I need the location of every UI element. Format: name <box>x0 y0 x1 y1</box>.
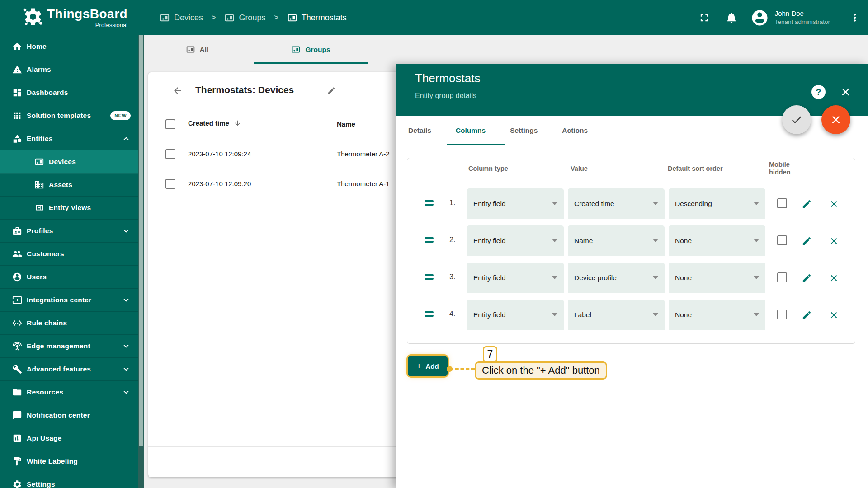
drag-handle-icon[interactable] <box>425 237 434 244</box>
sidebar-item-white-labeling[interactable]: White Labeling <box>0 450 138 473</box>
drag-handle-icon[interactable] <box>425 200 434 207</box>
fullscreen-icon[interactable] <box>698 11 711 24</box>
edit-column-pencil-icon[interactable] <box>802 199 812 209</box>
apply-changes-fab[interactable] <box>782 105 811 134</box>
sidebar-item-assets[interactable]: Assets <box>0 174 138 197</box>
column-type-select[interactable]: Entity field <box>467 225 564 256</box>
breadcrumb-item-devices[interactable]: Devices <box>160 13 203 23</box>
panel-tab-settings[interactable]: Settings <box>498 116 550 145</box>
column-type-select[interactable]: Entity field <box>467 263 564 293</box>
edit-pencil-icon[interactable] <box>327 86 336 95</box>
notification-icon <box>12 410 22 420</box>
brand-logo[interactable]: ThingsBoard Professional <box>23 6 127 28</box>
add-column-button[interactable]: + Add <box>408 356 448 376</box>
help-icon[interactable]: ? <box>811 85 826 99</box>
sidebar-item-settings[interactable]: Settings <box>0 473 138 488</box>
caret-down-icon <box>653 276 658 279</box>
sidebar-item-solution-templates[interactable]: Solution templatesNEW <box>0 104 138 127</box>
panel-tab-details[interactable]: Details <box>396 116 443 145</box>
row-checkbox[interactable] <box>165 179 175 189</box>
breadcrumb-item-thermostats[interactable]: Thermostats <box>287 13 347 23</box>
edit-column-pencil-icon[interactable] <box>802 236 812 246</box>
sidebar-item-customers[interactable]: Customers <box>0 243 138 266</box>
remove-column-x-icon[interactable] <box>829 273 839 283</box>
drag-handle-icon[interactable] <box>425 274 434 282</box>
more-vert-icon[interactable] <box>849 12 861 23</box>
value-select[interactable]: Created time <box>568 188 665 219</box>
editor-header-value: Value <box>571 158 588 179</box>
mobile-hidden-checkbox[interactable] <box>777 235 787 245</box>
tab-all[interactable]: All <box>141 35 254 64</box>
caret-down-icon <box>653 239 658 242</box>
sidebar-item-integrations-center[interactable]: Integrations center <box>0 289 138 312</box>
remove-column-x-icon[interactable] <box>829 199 839 209</box>
row-checkbox[interactable] <box>165 149 175 159</box>
cancel-changes-fab[interactable] <box>821 105 850 134</box>
avatar[interactable] <box>750 9 769 27</box>
sidebar-item-api-usage[interactable]: Api Usage <box>0 427 138 450</box>
sidebar-item-rule-chains[interactable]: Rule chains <box>0 312 138 335</box>
caret-down-icon <box>552 202 557 205</box>
column-header-created-time[interactable]: Created time <box>188 119 241 127</box>
mobile-hidden-checkbox[interactable] <box>777 272 787 282</box>
tutorial-step-badge: 7 <box>483 346 497 362</box>
panel-tab-label: Settings <box>510 127 538 135</box>
mobile-hidden-checkbox[interactable] <box>777 310 787 319</box>
bell-icon[interactable] <box>725 11 738 24</box>
sidebar-item-devices[interactable]: Devices <box>0 150 138 174</box>
sidebar-item-label: Users <box>27 273 47 281</box>
user-info[interactable]: John Doe Tenant administrator <box>775 9 830 26</box>
sidebar-scrollbar[interactable] <box>138 35 144 488</box>
new-badge: NEW <box>110 111 131 120</box>
remove-column-x-icon[interactable] <box>829 236 839 246</box>
value-select[interactable]: Label <box>568 300 665 330</box>
sidebar-item-notification-center[interactable]: Notification center <box>0 404 138 427</box>
sidebar-item-dashboards[interactable]: Dashboards <box>0 81 138 104</box>
white-labeling-icon <box>12 456 22 466</box>
column-type-select[interactable]: Entity field <box>467 188 564 219</box>
remove-column-x-icon[interactable] <box>829 310 839 320</box>
row-index: 2. <box>449 236 455 244</box>
sort-order-select[interactable]: None <box>669 300 765 330</box>
sidebar-item-home[interactable]: Home <box>0 35 138 58</box>
column-config-row: 4.Entity fieldLabelNone <box>407 300 855 330</box>
sidebar-item-profiles[interactable]: Profiles <box>0 220 138 243</box>
apps-icon <box>12 111 22 121</box>
drag-handle-icon[interactable] <box>425 311 434 319</box>
sidebar-item-label: Devices <box>49 158 76 166</box>
home-icon <box>12 42 22 52</box>
sidebar-item-alarms[interactable]: Alarms <box>0 58 138 81</box>
sort-order-select[interactable]: Descending <box>669 188 765 219</box>
column-type-select[interactable]: Entity field <box>467 300 564 330</box>
sidebar-item-entity-views[interactable]: Entity Views <box>0 197 138 220</box>
columns-editor: Column type Value Default sort order Mob… <box>407 158 855 344</box>
sidebar-item-entities[interactable]: Entities <box>0 127 138 150</box>
value-select[interactable]: Device profile <box>568 263 665 293</box>
tab-groups[interactable]: Groups <box>254 35 368 64</box>
select-all-checkbox[interactable] <box>165 119 175 129</box>
entities-icon <box>12 134 22 144</box>
mobile-hidden-checkbox[interactable] <box>777 198 787 208</box>
sidebar-item-resources[interactable]: Resources <box>0 381 138 404</box>
caret-down-icon <box>653 202 658 205</box>
sort-order-select[interactable]: None <box>669 263 765 293</box>
sort-order-select[interactable]: None <box>669 225 765 256</box>
value-select[interactable]: Name <box>568 225 665 256</box>
edit-column-pencil-icon[interactable] <box>802 273 812 283</box>
chevron-down-icon <box>121 364 131 374</box>
sidebar-item-users[interactable]: Users <box>0 266 138 289</box>
back-arrow-icon[interactable] <box>172 85 183 96</box>
sidebar-item-edge-management[interactable]: Edge management <box>0 335 138 358</box>
column-header-name[interactable]: Name <box>337 120 355 128</box>
caret-down-icon <box>552 239 557 242</box>
panel-tab-columns[interactable]: Columns <box>443 116 498 145</box>
edit-column-pencil-icon[interactable] <box>802 310 812 320</box>
scrollbar-thumb[interactable] <box>139 35 143 446</box>
device-icon <box>291 45 301 54</box>
panel-tab-label: Columns <box>456 127 486 135</box>
breadcrumb-item-groups[interactable]: Groups <box>224 13 265 23</box>
select-value: Label <box>574 311 591 319</box>
sidebar-item-advanced-features[interactable]: Advanced features <box>0 358 138 381</box>
panel-tab-actions[interactable]: Actions <box>550 116 600 145</box>
close-icon[interactable] <box>840 86 852 98</box>
